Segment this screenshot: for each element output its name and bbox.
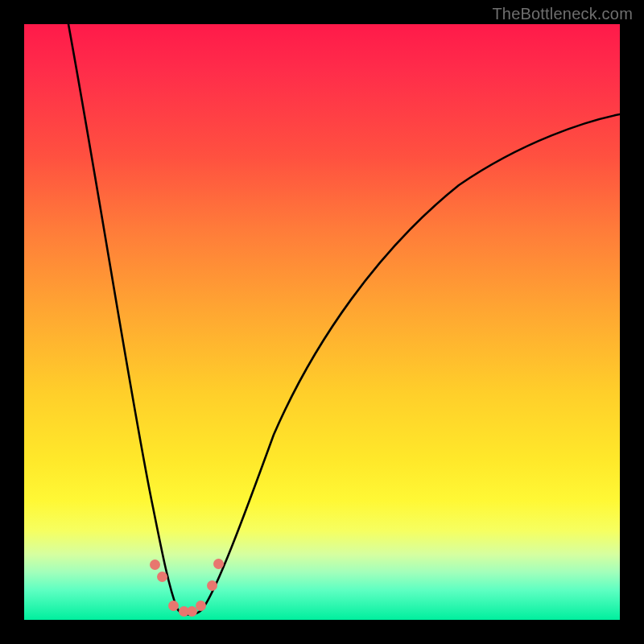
plot-area — [24, 24, 620, 620]
data-marker — [207, 580, 217, 591]
chart-frame: TheBottleneck.com — [0, 0, 644, 644]
data-marker — [157, 572, 167, 582]
watermark-text: TheBottleneck.com — [492, 5, 633, 23]
data-marker — [150, 559, 160, 570]
data-markers-group — [24, 24, 620, 620]
data-marker — [213, 559, 224, 569]
data-marker — [168, 601, 179, 611]
data-marker — [196, 601, 206, 611]
